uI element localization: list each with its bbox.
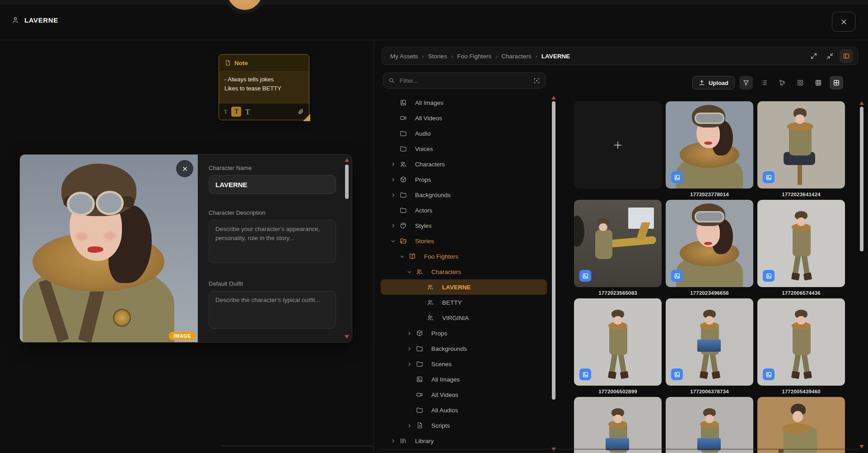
text-small-button[interactable]: T [224, 109, 227, 114]
chevron-down-icon[interactable] [400, 254, 409, 259]
character-form: Character Name Character Description Def… [209, 155, 336, 342]
tree-item-styles[interactable]: Styles [381, 218, 547, 233]
close-window-button[interactable] [832, 12, 855, 32]
tree-item-foo-fighters[interactable]: Foo Fighters [381, 249, 547, 264]
breadcrumb-item-characters[interactable]: Characters [501, 53, 531, 60]
tree-item-actors[interactable]: Actors [381, 203, 547, 218]
tree-item-scenes[interactable]: Scenes [381, 356, 547, 372]
tree-item-laverne[interactable]: LAVERNE [381, 279, 547, 295]
chevron-right-icon[interactable] [407, 362, 416, 367]
expand-icon[interactable] [807, 49, 821, 63]
character-photo[interactable]: IMAGE [20, 155, 198, 342]
grid-dense-view-icon[interactable] [812, 76, 825, 90]
panel-toggle-icon[interactable] [840, 49, 853, 63]
asset-thumbnail[interactable] [666, 298, 753, 386]
figure-part [606, 438, 629, 450]
card-scrollbar[interactable] [344, 158, 350, 339]
chevron-right-icon[interactable] [391, 439, 400, 444]
folder-icon [416, 360, 424, 368]
scrollbar-thumb[interactable] [345, 165, 349, 199]
tree-item-all-videos[interactable]: All Videos [381, 387, 547, 402]
note-header[interactable]: Note [219, 55, 309, 71]
tree-item-stories[interactable]: Stories [381, 233, 547, 249]
grid-large-view-icon[interactable] [830, 76, 843, 90]
breadcrumb-item-my-assets[interactable]: My Assets [390, 53, 418, 60]
photo-close-button[interactable] [176, 160, 193, 177]
tree-item-backgrounds[interactable]: Backgrounds [381, 341, 547, 356]
chevron-right-icon[interactable] [391, 162, 400, 167]
tree-item-backgrounds[interactable]: Backgrounds [381, 187, 547, 203]
asset-thumbnail[interactable] [757, 200, 845, 287]
note-widget[interactable]: Note - Always tells jokes Likes to tease… [219, 54, 309, 120]
tree-item-voices[interactable]: Voices [381, 141, 547, 156]
filter-funnel-icon[interactable] [739, 76, 753, 90]
chevron-right-icon[interactable] [391, 177, 400, 182]
figure-part [595, 230, 613, 260]
tree-item-library[interactable]: Library [381, 433, 547, 448]
filter-input[interactable] [399, 77, 529, 85]
upload-button[interactable]: Upload [692, 76, 735, 90]
scroll-down-arrow[interactable] [859, 445, 864, 448]
tree-item-all-videos[interactable]: All Videos [381, 110, 547, 126]
tree-item-scripts[interactable]: Scripts [381, 418, 547, 433]
locate-icon[interactable] [533, 77, 540, 84]
asset-thumbnail[interactable] [757, 101, 845, 189]
chevron-right-icon[interactable] [391, 223, 400, 228]
text-large-button[interactable]: T [245, 108, 250, 116]
default-outfit-input[interactable] [209, 291, 336, 329]
scroll-down-arrow[interactable] [345, 335, 349, 339]
asset-thumbnail[interactable] [574, 397, 662, 453]
tree-item-all-images[interactable]: All Images [381, 372, 547, 387]
chevron-right-icon[interactable] [407, 346, 416, 351]
breadcrumb-item-stories[interactable]: Stories [428, 53, 447, 60]
asset-thumbnail[interactable] [666, 101, 753, 189]
person-icon [11, 16, 19, 24]
chevron-down-icon[interactable] [407, 269, 416, 274]
breadcrumb-item-laverne[interactable]: LAVERNE [541, 53, 570, 60]
list-view-icon[interactable] [757, 76, 771, 90]
people-icon [427, 299, 435, 306]
scroll-up-arrow[interactable] [345, 158, 349, 162]
character-name-input[interactable] [209, 175, 336, 194]
graph-view-icon[interactable] [775, 76, 789, 90]
tree-item-audio[interactable]: Audio [381, 126, 547, 141]
note-body[interactable]: - Always tells jokes Likes to tease BETT… [219, 71, 309, 103]
tree-item-all-images[interactable]: All Images [381, 95, 547, 110]
figure-part [608, 371, 617, 379]
character-description-input[interactable] [209, 220, 336, 263]
asset-thumbnail[interactable] [757, 397, 845, 453]
tree-item-betty[interactable]: BETTY [381, 295, 547, 310]
chevron-down-icon[interactable] [391, 239, 400, 244]
chevron-right-icon[interactable] [407, 423, 416, 428]
tree-item-props[interactable]: Props [381, 172, 547, 187]
asset-thumbnail[interactable] [666, 397, 753, 453]
collapse-icon[interactable] [823, 49, 837, 63]
tree-item-label: LAVERNE [442, 284, 471, 291]
cube-icon [416, 330, 424, 337]
tree-item-characters[interactable]: Characters [381, 156, 547, 172]
figure-part [793, 255, 801, 275]
asset-thumbnail[interactable] [574, 298, 662, 386]
chevron-right-icon[interactable] [391, 193, 400, 198]
tree-item-characters[interactable]: Characters [381, 264, 547, 279]
asset-thumbnail[interactable] [757, 298, 845, 386]
chevron-right-icon[interactable] [407, 331, 416, 336]
grid-small-view-icon[interactable] [793, 76, 807, 90]
asset-thumbnail[interactable] [574, 200, 662, 287]
asset-thumbnail[interactable] [666, 200, 753, 287]
scrollbar-thumb[interactable] [552, 101, 555, 400]
scrollbar-thumb[interactable] [860, 107, 863, 251]
tree-scrollbar[interactable] [551, 96, 556, 451]
figure-part [791, 273, 800, 281]
add-asset-button[interactable] [574, 101, 662, 189]
tree-item-all-audios[interactable]: All Audios [381, 402, 547, 418]
tree-item-virginia[interactable]: VIRGINIA [381, 310, 547, 326]
scroll-up-arrow[interactable] [551, 96, 556, 99]
scroll-up-arrow[interactable] [859, 101, 864, 105]
text-medium-button[interactable]: T [231, 107, 241, 117]
grid-scrollbar[interactable] [859, 101, 864, 448]
breadcrumb-item-foo-fighters[interactable]: Foo Fighters [457, 53, 491, 60]
scroll-down-arrow[interactable] [551, 448, 556, 451]
tree-item-props[interactable]: Props [381, 326, 547, 341]
note-resize-handle[interactable] [303, 114, 310, 121]
